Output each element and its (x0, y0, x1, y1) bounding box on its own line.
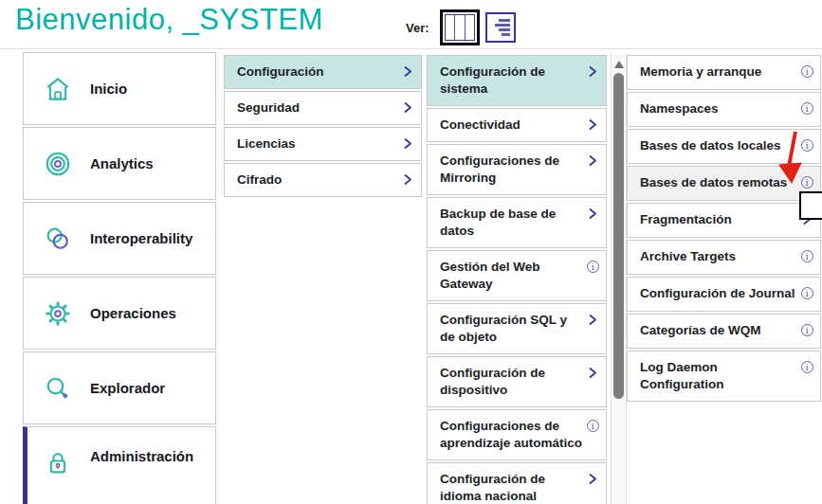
chevron-right-icon (585, 118, 600, 131)
gear-icon (43, 298, 73, 329)
menu-item-categorias-de-wqm[interactable]: Categorías de WQM i (627, 314, 821, 349)
menu-level-3: Memoria y arranque i Namespaces i Bases … (627, 55, 821, 504)
menu-item-fragmentacion[interactable]: Fragmentación (627, 203, 821, 238)
menu-level-1: Configuración Seguridad Licencias Cifrad… (224, 55, 422, 197)
sidebar-item-analytics[interactable]: Analytics (23, 127, 216, 200)
chevron-right-icon (400, 101, 415, 114)
info-icon: i (799, 139, 814, 152)
sidebar-item-label: Inicio (90, 81, 127, 97)
menu-item-bases-de-datos-remotas[interactable]: Bases de datos remotas i (627, 166, 821, 201)
view-label: Ver: (406, 21, 429, 35)
columns-view-icon (445, 14, 475, 41)
chevron-right-icon (585, 65, 600, 78)
menu-item-configuracion-sql-y-de-objeto[interactable]: Configuración SQL y de objeto (427, 303, 607, 354)
sidebar-item-administracion[interactable]: Administración (23, 426, 216, 504)
info-icon: i (799, 361, 814, 373)
info-icon: i (799, 102, 814, 115)
sidebar: Inicio Analytics Interoperability (23, 52, 216, 504)
interoperability-icon (43, 224, 73, 254)
scrollbar-thumb[interactable] (613, 73, 624, 399)
sidebar-item-label: Operaciones (90, 305, 176, 321)
menu-item-configuracion-de-journal[interactable]: Configuración de Journal i (627, 277, 821, 312)
info-icon: i (799, 287, 814, 299)
chevron-right-icon (585, 154, 600, 167)
menu-item-memoria-y-arranque[interactable]: Memoria y arranque i (627, 55, 821, 90)
scroll-up-arrow-icon[interactable] (614, 61, 624, 68)
sidebar-item-label: Explorador (90, 380, 165, 396)
tooltip-corner (799, 191, 822, 220)
info-icon: i (799, 250, 814, 262)
menu-item-configuracion-de-idioma-nacional[interactable]: Configuración de idioma nacional (427, 462, 607, 504)
menu-item-cifrado[interactable]: Cifrado (224, 163, 422, 197)
menu-item-backup-de-base-de-datos[interactable]: Backup de base de datos (427, 197, 607, 248)
home-icon (43, 74, 73, 104)
menu-level-2: Configuración de sistema Conectividad Co… (427, 55, 607, 504)
menu-item-gestion-del-web-gateway[interactable]: Gestión del Web Gateway i (427, 250, 607, 301)
sidebar-item-inicio[interactable]: Inicio (23, 52, 216, 125)
chevron-right-icon (400, 173, 415, 186)
analytics-icon (43, 149, 73, 179)
sidebar-item-label: Administración (90, 448, 193, 464)
magnifier-icon (43, 373, 73, 404)
menu-item-conectividad[interactable]: Conectividad (427, 108, 607, 142)
menu-item-log-daemon-configuration[interactable]: Log Daemon Configuration i (627, 351, 821, 402)
list-view-icon (499, 19, 510, 22)
chevron-right-icon (585, 314, 600, 326)
sidebar-item-operaciones[interactable]: Operaciones (23, 277, 216, 350)
chevron-right-icon (400, 137, 415, 150)
chevron-right-icon (585, 367, 600, 379)
menu-item-configuracion-de-sistema[interactable]: Configuración de sistema (427, 55, 607, 106)
menu-item-licencias[interactable]: Licencias (224, 127, 422, 161)
sidebar-item-label: Analytics (90, 155, 154, 171)
menu-item-aprendizaje-automatico[interactable]: Configuraciones de aprendizaje automátic… (427, 409, 607, 460)
menu-item-namespaces[interactable]: Namespaces i (627, 92, 821, 127)
menu-item-configuracion-de-dispositivo[interactable]: Configuración de dispositivo (427, 356, 607, 407)
menu-item-seguridad[interactable]: Seguridad (224, 91, 422, 125)
menu-item-configuraciones-de-mirroring[interactable]: Configuraciones de Mirroring (427, 144, 607, 195)
info-icon: i (585, 261, 600, 273)
vertical-scrollbar[interactable] (611, 54, 627, 504)
sidebar-item-interoperability[interactable]: Interoperability (23, 202, 216, 275)
list-view-button[interactable] (485, 12, 516, 43)
chevron-right-icon (400, 65, 415, 78)
menu-item-bases-de-datos-locales[interactable]: Bases de datos locales i (627, 129, 821, 164)
menu-item-archive-targets[interactable]: Archive Targets i (627, 240, 821, 275)
sidebar-item-explorador[interactable]: Explorador (23, 351, 216, 424)
page-title: Bienvenido, _SYSTEM (15, 3, 323, 37)
header-divider (0, 48, 822, 49)
lock-icon (43, 448, 73, 478)
chevron-right-icon (585, 207, 600, 220)
info-icon: i (799, 65, 814, 78)
info-icon: i (799, 176, 814, 189)
chevron-right-icon (585, 473, 600, 485)
info-icon: i (799, 324, 814, 336)
info-icon: i (585, 420, 600, 432)
menu-item-configuracion[interactable]: Configuración (224, 55, 422, 89)
columns-view-button[interactable] (440, 9, 480, 45)
sidebar-item-label: Interoperability (90, 230, 192, 246)
management-portal: Bienvenido, _SYSTEM Ver: Inicio (0, 0, 822, 504)
